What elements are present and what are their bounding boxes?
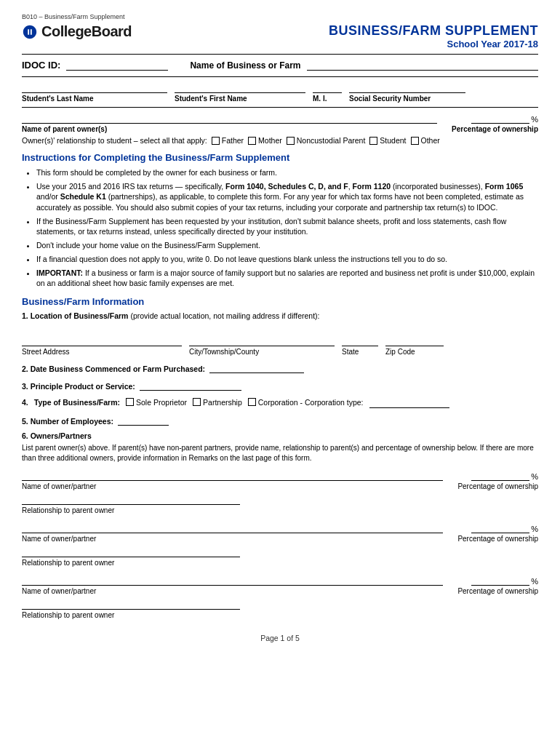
section-2-label: Date Business Commenced or Farm Purchase… xyxy=(31,364,205,373)
sole-prop-label: Sole Proprietor xyxy=(136,398,187,407)
checkbox-father[interactable]: Father xyxy=(212,136,244,145)
student-checkbox[interactable] xyxy=(369,137,377,145)
ssn-input[interactable] xyxy=(349,81,465,93)
instruction-item-4: Don't include your home value on the Bus… xyxy=(36,240,538,251)
section-2-number: 2. xyxy=(22,364,28,373)
mother-checkbox[interactable] xyxy=(248,137,256,145)
partnership-label: Partnership xyxy=(203,398,242,407)
mi-input[interactable] xyxy=(313,81,342,93)
owner-partner-input-2[interactable] xyxy=(22,533,443,533)
pct-input-1[interactable] xyxy=(471,469,529,481)
page-footer: Page 1 of 5 xyxy=(22,634,538,642)
pct-sign-2: % xyxy=(531,525,538,533)
pct-label-1: Percentage of ownership xyxy=(457,482,538,490)
section-1-number: 1. xyxy=(22,311,28,320)
pct-input-3[interactable] xyxy=(471,574,529,586)
name-of-business-label: Name of Business or Farm xyxy=(190,60,300,71)
relationship-input-1[interactable] xyxy=(22,493,240,505)
zip-input[interactable] xyxy=(385,335,444,346)
section-6-number: 6. xyxy=(22,431,28,440)
first-name-input[interactable] xyxy=(175,81,305,93)
section-2-input[interactable] xyxy=(209,362,304,373)
last-name-label: Student's Last Name xyxy=(22,95,167,103)
section-3-title: 3. Principle Product or Service: xyxy=(22,379,538,391)
idoc-label: IDOC ID: xyxy=(22,60,60,71)
checkbox-other[interactable]: Other xyxy=(411,136,440,145)
section-3-label: Principle Product or Service: xyxy=(31,382,135,391)
city-input[interactable] xyxy=(189,335,335,346)
zip-field: Zip Code xyxy=(385,335,444,356)
idoc-row: IDOC ID: Name of Business or Farm xyxy=(22,59,538,71)
parent-owner-label: Name of parent owner(s) xyxy=(22,125,444,133)
section-5: 5. Number of Employees: xyxy=(22,414,538,426)
owner-partner-label-3: Name of owner/partner xyxy=(22,587,450,595)
instructions-heading: Instructions for Completing the Business… xyxy=(22,152,538,163)
instruction-item-3: If the Business/Farm Supplement has been… xyxy=(36,216,538,237)
first-name-field: Student's First Name xyxy=(175,81,305,103)
pct-sign: % xyxy=(531,115,538,124)
parent-owner-row: Name of parent owner(s) % Percentage of … xyxy=(22,112,538,133)
relationship-input-2[interactable] xyxy=(22,546,240,557)
partnership-checkbox[interactable] xyxy=(193,398,201,406)
last-name-input[interactable] xyxy=(22,81,167,93)
pct-group-1: % Percentage of ownership xyxy=(457,469,538,490)
other-checkbox[interactable] xyxy=(411,137,419,145)
noncustodial-label: Noncustodial Parent xyxy=(297,136,366,145)
section-4-row: 4. Type of Business/Farm: Sole Proprieto… xyxy=(22,397,538,408)
checkbox-mother[interactable]: Mother xyxy=(248,136,282,145)
pct-sign-3: % xyxy=(531,577,538,586)
section-6-label: Owners/Partners xyxy=(31,431,92,440)
sole-prop-checkbox[interactable] xyxy=(126,398,134,406)
owner-partner-input-3[interactable] xyxy=(22,585,443,586)
logo-text: CollegeBoard xyxy=(41,23,132,40)
section-6-desc: List parent owner(s) above. If parent(s)… xyxy=(22,443,538,463)
section-4: 4. Type of Business/Farm: Sole Proprieto… xyxy=(22,397,538,408)
pct-input-2[interactable] xyxy=(471,522,529,533)
owner-partner-label-1: Name of owner/partner xyxy=(22,482,450,490)
checkbox-noncustodial[interactable]: Noncustodial Parent xyxy=(287,136,366,145)
idoc-input[interactable] xyxy=(66,59,168,71)
section-5-label: Number of Employees: xyxy=(31,417,113,426)
father-label: Father xyxy=(222,136,244,145)
checkbox-student[interactable]: Student xyxy=(369,136,406,145)
relationship-label-1: Relationship to parent owner xyxy=(22,506,538,514)
state-label: State xyxy=(342,348,378,356)
checkbox-corporation[interactable]: Corporation - Corporation type: xyxy=(248,398,364,407)
relationship-label-2: Relationship to parent owner xyxy=(22,559,538,567)
section-4-label: Type of Business/Farm: xyxy=(34,398,120,407)
owner-partner-input-1[interactable] xyxy=(22,480,443,481)
state-input[interactable] xyxy=(342,335,378,346)
section-3-input[interactable] xyxy=(140,379,241,391)
city-field: City/Township/County xyxy=(189,335,335,356)
relationship-row-1: Relationship to parent owner xyxy=(22,493,538,514)
section-5-number: 5. xyxy=(22,417,28,426)
instruction-item-1: This form should be completed by the own… xyxy=(36,167,538,178)
corporation-label: Corporation - Corporation type: xyxy=(258,398,364,407)
mi-label: M. I. xyxy=(313,95,342,103)
pct-group-2: % Percentage of ownership xyxy=(457,522,538,543)
ssn-label: Social Security Number xyxy=(349,95,465,103)
noncustodial-checkbox[interactable] xyxy=(287,137,295,145)
pct-input[interactable] xyxy=(471,112,529,124)
section-6-title: 6. Owners/Partners xyxy=(22,431,538,440)
name-of-business-input[interactable] xyxy=(307,59,539,71)
relationship-input-3[interactable] xyxy=(22,598,240,610)
relationship-label-3: Relationship to parent owner xyxy=(22,611,538,619)
checkbox-sole-prop[interactable]: Sole Proprietor xyxy=(126,398,187,407)
father-checkbox[interactable] xyxy=(212,137,220,145)
section-5-input[interactable] xyxy=(118,414,169,426)
section-4-number: 4. xyxy=(22,398,28,407)
owner-partner-row-3: Name of owner/partner % Percentage of ow… xyxy=(22,574,538,595)
relationship-label: Owner(s)' relationship to student – sele… xyxy=(22,136,207,145)
section-5-title: 5. Number of Employees: xyxy=(22,414,538,426)
owner-partner-label-2: Name of owner/partner xyxy=(22,535,450,543)
logo-area: CollegeBoard xyxy=(22,23,132,40)
corporation-type-input[interactable] xyxy=(369,397,449,408)
corporation-checkbox[interactable] xyxy=(248,398,256,406)
pct-sign-1: % xyxy=(531,472,538,481)
checkbox-partnership[interactable]: Partnership xyxy=(193,398,242,407)
parent-owner-input[interactable] xyxy=(22,123,437,124)
street-input[interactable] xyxy=(22,335,182,346)
instructions-list: This form should be completed by the own… xyxy=(36,167,538,289)
section-1-note: (provide actual location, not mailing ad… xyxy=(130,311,319,320)
